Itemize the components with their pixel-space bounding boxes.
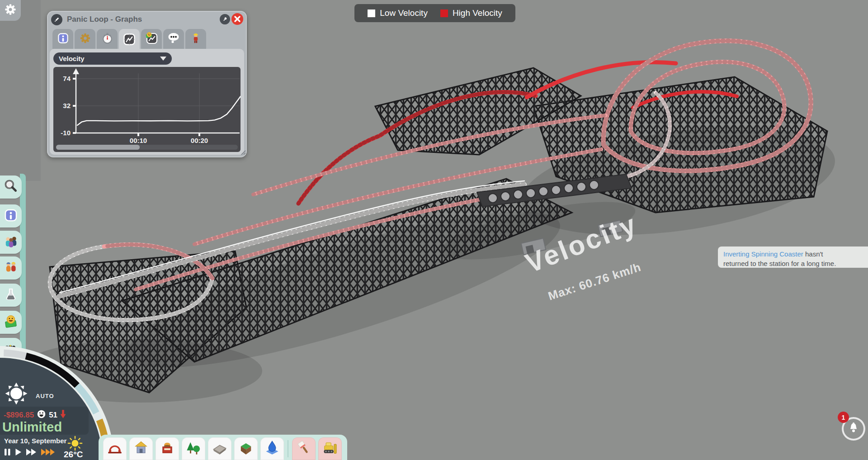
guest-count: 51	[49, 411, 57, 420]
dropdown-value: Velocity	[59, 55, 160, 62]
terrain-block-icon	[238, 440, 254, 458]
funds-mode-label: Unlimited	[2, 420, 62, 435]
park-info-icon	[4, 208, 18, 224]
guests-trend-down-icon	[60, 410, 66, 420]
velocity-graph-panel: 74 32 -10 00:10 00:20	[53, 67, 241, 152]
pin-window-button[interactable]	[220, 14, 230, 24]
mechanic-icon	[190, 32, 202, 46]
sidebar-item-guests[interactable]	[0, 231, 22, 254]
daynight-auto-label[interactable]: AUTO	[36, 393, 54, 399]
window-titlebar[interactable]: Panic Loop - Graphs	[47, 11, 247, 28]
ride-alert-notification[interactable]: Inverting Spinning Coaster hasn't return…	[718, 247, 868, 268]
tab-timing[interactable]	[97, 29, 118, 49]
high-velocity-swatch	[440, 9, 448, 17]
stopwatch-icon	[101, 32, 113, 46]
gear-icon	[4, 3, 17, 18]
finances-icon	[3, 314, 19, 331]
flask-icon	[4, 287, 18, 304]
y-tick-74: 74	[63, 75, 71, 82]
play-button[interactable]	[15, 448, 22, 456]
graphs-tab-content: Velocity 74 32 -10 00:10 00:	[50, 49, 244, 155]
pause-button[interactable]	[4, 448, 11, 456]
temperature-label: 26°C	[64, 450, 83, 460]
tab-thoughts[interactable]	[163, 29, 184, 49]
gear-icon	[79, 32, 91, 46]
toolbar-shops-button[interactable]	[129, 437, 153, 460]
x-tick-0020: 00:20	[191, 137, 208, 144]
x-tick-0010: 00:10	[130, 137, 147, 144]
chat-bubble-icon	[167, 32, 180, 46]
food-stand-icon	[159, 440, 175, 458]
toolbar-food-button[interactable]	[156, 437, 179, 460]
notification-count-badge: 1	[838, 412, 849, 423]
window-tab-bar	[52, 29, 208, 52]
paintbrush-icon	[296, 440, 312, 458]
guests-icon	[3, 234, 19, 251]
water-icon	[264, 440, 280, 458]
line-chart-icon	[123, 33, 136, 47]
alert-text-line2: returned to the station for a long time.	[723, 260, 836, 267]
toolbar-scenery-button[interactable]	[182, 437, 205, 460]
fast-forward-button[interactable]	[26, 448, 37, 456]
staff-icon	[3, 260, 19, 277]
playback-controls	[4, 448, 56, 456]
park-money: -$896.85	[4, 411, 34, 420]
path-tile-icon	[212, 440, 228, 458]
velocity-legend: Low Velocity High Velocity	[354, 4, 515, 22]
tab-staff[interactable]	[185, 29, 206, 49]
toolbar-paint-button[interactable]	[292, 437, 316, 460]
close-window-button[interactable]	[231, 13, 243, 25]
legend-low-velocity: Low Velocity	[368, 8, 428, 18]
trees-icon	[185, 440, 202, 458]
sidebar-item-staff[interactable]	[0, 256, 22, 280]
sidebar-item-finances[interactable]	[0, 311, 22, 334]
sun-daynight-icon[interactable]	[5, 382, 28, 407]
tab-info[interactable]	[52, 29, 73, 49]
tab-income-graphs[interactable]	[141, 29, 162, 49]
magnifier-icon	[3, 179, 19, 196]
sidebar-item-research[interactable]	[0, 284, 22, 307]
sidebar-item-park-info[interactable]	[0, 204, 22, 228]
settings-button[interactable]	[0, 0, 21, 21]
toolbar-paths-button[interactable]	[208, 437, 231, 460]
toolbar-rides-button[interactable]	[103, 437, 127, 460]
y-tick-32: 32	[63, 102, 71, 109]
info-icon	[57, 32, 69, 46]
ride-name-link[interactable]: Inverting Spinning Coaster	[723, 250, 803, 258]
velocity-chart: 74 32 -10 00:10 00:20	[53, 67, 241, 145]
game-date: Year 10, September	[4, 437, 66, 445]
y-tick-neg10: -10	[61, 129, 71, 137]
income-chart-icon	[145, 32, 158, 46]
coaster-icon	[107, 440, 123, 458]
tab-settings[interactable]	[75, 29, 95, 49]
velocity-line	[77, 92, 241, 125]
toolbar-demolish-button[interactable]	[318, 437, 342, 460]
toolbar-water-button[interactable]	[260, 437, 284, 460]
toolbar-divider	[288, 440, 288, 457]
alert-text-line1: hasn't	[803, 250, 823, 258]
graph-scrollbar-thumb[interactable]	[56, 145, 140, 150]
bell-icon	[848, 422, 859, 436]
legend-high-velocity: High Velocity	[440, 8, 502, 18]
sidebar-item-zoom[interactable]	[0, 175, 22, 199]
tab-graphs[interactable]	[119, 29, 140, 52]
build-toolbar	[99, 435, 347, 460]
toolbar-terrain-button[interactable]	[234, 437, 258, 460]
rename-pencil-icon[interactable]	[51, 14, 62, 25]
chevron-down-icon	[160, 57, 166, 61]
low-velocity-swatch	[368, 9, 375, 17]
graph-scrollbar	[56, 145, 238, 150]
fastest-forward-button[interactable]	[41, 448, 56, 456]
high-velocity-label: High Velocity	[453, 8, 502, 18]
y-axis-arrow	[73, 68, 79, 74]
low-velocity-label: Low Velocity	[380, 8, 428, 18]
guests-smiley-icon	[37, 409, 46, 421]
window-resize-handle[interactable]	[240, 149, 246, 157]
bulldozer-icon	[322, 440, 338, 458]
shop-building-icon	[133, 440, 149, 458]
graph-type-dropdown[interactable]: Velocity	[53, 52, 172, 65]
window-title: Panic Loop - Graphs	[67, 15, 142, 24]
ride-graphs-window: Panic Loop - Graphs	[47, 11, 247, 157]
money-guests-row[interactable]: -$896.85 51	[4, 409, 66, 421]
